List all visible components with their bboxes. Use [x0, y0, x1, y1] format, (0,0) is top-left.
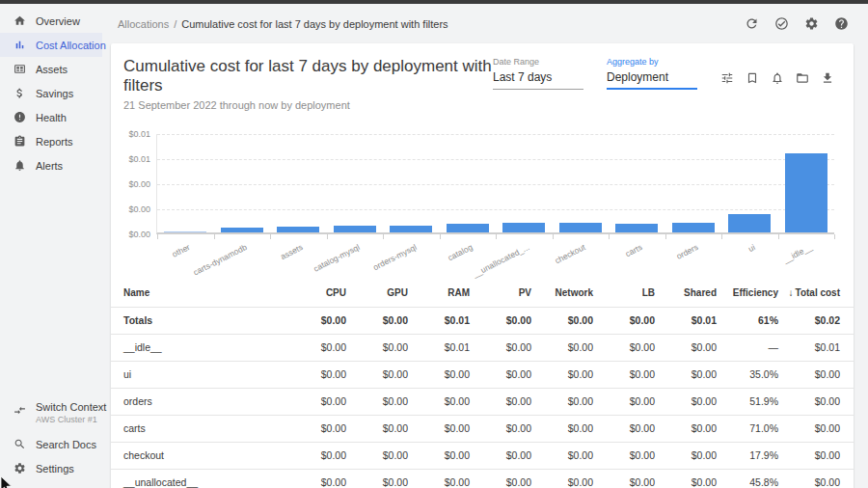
aggregate-by-value[interactable]: Deployment [607, 67, 697, 90]
column-header-lb[interactable]: LB [593, 280, 655, 307]
x-tick-label: checkout [554, 242, 587, 265]
chart-bar-orders-mysql[interactable] [390, 226, 432, 232]
table-cell: $0.00 [346, 388, 408, 415]
column-header-name[interactable]: Name [111, 280, 285, 307]
table-cell: $0.01 [408, 307, 470, 334]
aggregate-by-label: Aggregate by [607, 57, 697, 67]
alert-bell-icon[interactable] [771, 71, 784, 85]
sidebar-item-label: Assets [36, 64, 68, 75]
bookmark-icon[interactable] [746, 71, 759, 85]
table-cell: $0.00 [655, 415, 717, 442]
table-cell: $0.01 [778, 334, 854, 361]
column-header-efficiency[interactable]: Efficiency [717, 280, 778, 307]
search-docs-label: Search Docs [36, 439, 96, 450]
table-cell: $0.00 [346, 307, 408, 334]
x-tick-label: __unallocated_... [471, 242, 530, 279]
y-tick-label: $0.00 [128, 204, 150, 214]
table-cell: $0.00 [593, 307, 655, 334]
chart-bar-catalog-mysql[interactable] [334, 226, 376, 232]
row-name: carts [111, 415, 285, 442]
help-icon[interactable] [834, 16, 849, 31]
table-row-ui[interactable]: ui$0.00$0.00$0.00$0.00$0.00$0.00$0.0035.… [111, 361, 854, 388]
sidebar-item-savings[interactable]: Savings [0, 81, 102, 105]
table-cell: $0.01 [655, 307, 717, 334]
table-cell: $0.00 [470, 334, 531, 361]
table-cell: $0.00 [531, 307, 593, 334]
chart-bar-catalog[interactable] [447, 224, 489, 232]
switch-context-label: Switch Context [36, 401, 106, 413]
chart-bar-checkout[interactable] [559, 223, 602, 232]
table-row-__unallocated__[interactable]: __unallocated__$0.00$0.00$0.00$0.00$0.00… [111, 469, 854, 488]
chart-bar-other[interactable] [164, 231, 206, 233]
refresh-icon[interactable] [745, 16, 759, 31]
chart-bar-orders[interactable] [672, 223, 715, 232]
chart-bar-__idle__[interactable] [785, 153, 827, 232]
sidebar-item-reports[interactable]: Reports [0, 129, 102, 153]
y-tick-label: $0.01 [128, 154, 150, 164]
chart-bar-carts[interactable] [615, 224, 658, 232]
sidebar-item-health[interactable]: Health [0, 105, 102, 129]
table-row-totals[interactable]: Totals$0.00$0.00$0.01$0.00$0.00$0.00$0.0… [111, 307, 854, 334]
column-header-ram[interactable]: RAM [408, 280, 470, 307]
column-header-network[interactable]: Network [531, 280, 593, 307]
chart-bar-assets[interactable] [277, 227, 319, 232]
sidebar-search-docs[interactable]: Search Docs [0, 432, 102, 456]
report-toolbar [720, 71, 834, 85]
table-cell: $0.00 [531, 469, 593, 488]
switch-context-icon [14, 404, 26, 417]
table-cell: $0.00 [470, 442, 531, 469]
gear-icon[interactable] [804, 16, 819, 31]
y-tick-label: $0.00 [128, 230, 150, 239]
table-cell: $0.00 [408, 361, 470, 388]
table-cell: $0.00 [655, 334, 717, 361]
date-range-select[interactable]: Date Range Last 7 days [493, 57, 583, 90]
table-cell: $0.00 [531, 388, 593, 415]
gridline [157, 184, 834, 185]
row-name: orders [111, 388, 285, 415]
sidebar-item-label: Reports [36, 136, 73, 148]
folder-icon[interactable] [796, 71, 809, 85]
x-tick-label: orders [675, 242, 700, 261]
table-row-orders[interactable]: orders$0.00$0.00$0.00$0.00$0.00$0.00$0.0… [111, 388, 854, 415]
chart-bar-ui[interactable] [728, 214, 771, 232]
column-header-total-cost[interactable]: ↓Total cost [778, 280, 854, 307]
sidebar-item-alerts[interactable]: Alerts [0, 153, 102, 177]
gridline [157, 134, 834, 135]
filters-icon[interactable] [720, 71, 734, 85]
table-cell: $0.00 [285, 307, 346, 334]
row-name: Totals [111, 307, 285, 334]
table-cell: $0.00 [285, 334, 346, 361]
x-tick-label: carts [623, 242, 643, 258]
column-header-cpu[interactable]: CPU [285, 280, 346, 307]
column-header-pv[interactable]: PV [470, 280, 531, 307]
table-cell: $0.00 [778, 415, 854, 442]
sidebar-switch-context[interactable]: Switch Context AWS Cluster #1 [0, 397, 102, 424]
chart-bar-__unallocated_...[interactable] [502, 223, 545, 232]
reports-clipboard-icon [14, 135, 26, 148]
sidebar-item-overview[interactable]: Overview [0, 9, 102, 33]
date-range-value[interactable]: Last 7 days [493, 67, 583, 90]
breadcrumb-section[interactable]: Allocations [118, 18, 169, 30]
table-cell: $0.00 [285, 442, 346, 469]
sidebar-settings[interactable]: Settings [0, 456, 102, 480]
sidebar-item-assets[interactable]: Assets [0, 57, 102, 81]
chart-bar-carts-dynamodb[interactable] [221, 228, 263, 232]
y-tick-label: $0.01 [128, 129, 150, 139]
table-row-checkout[interactable]: checkout$0.00$0.00$0.00$0.00$0.00$0.00$0… [111, 442, 854, 469]
table-cell: 35.0% [717, 361, 778, 388]
table-row-__idle__[interactable]: __idle__$0.00$0.00$0.01$0.00$0.00$0.00$0… [111, 334, 854, 361]
x-axis-tick [834, 234, 835, 239]
check-circle-icon[interactable] [774, 16, 789, 31]
aggregate-by-select[interactable]: Aggregate by Deployment [607, 57, 697, 90]
dollar-icon [14, 87, 26, 99]
table-row-carts[interactable]: carts$0.00$0.00$0.00$0.00$0.00$0.00$0.00… [111, 415, 854, 442]
sidebar-item-cost-allocation[interactable]: Cost Allocation [0, 33, 102, 57]
column-header-gpu[interactable]: GPU [346, 280, 408, 307]
table-cell: $0.00 [408, 442, 470, 469]
table-cell: $0.00 [346, 469, 408, 488]
table-cell: $0.00 [285, 469, 346, 488]
x-tick-label: __idle__ [781, 242, 813, 265]
download-icon[interactable] [821, 71, 834, 85]
x-tick-label: ui [746, 242, 756, 254]
column-header-shared[interactable]: Shared [655, 280, 717, 307]
